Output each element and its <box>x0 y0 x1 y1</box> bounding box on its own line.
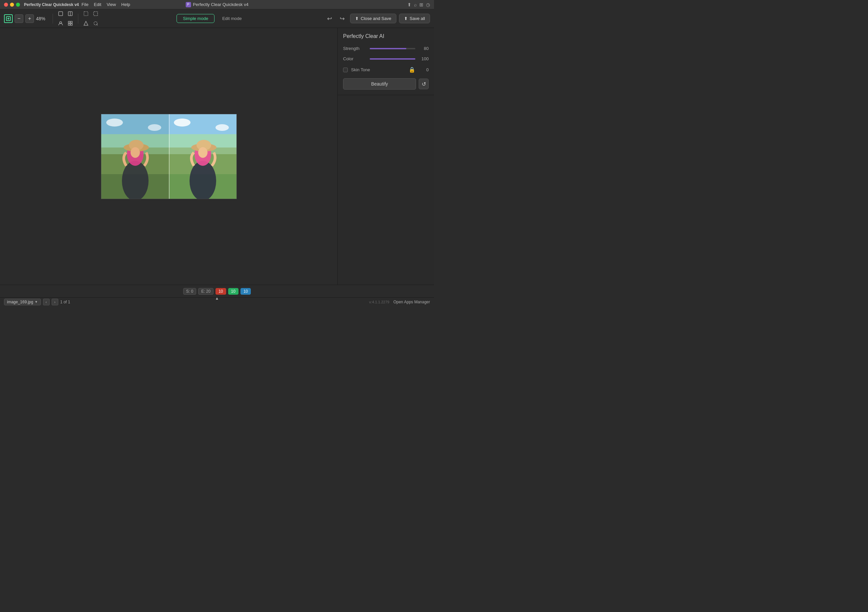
crop-button[interactable] <box>82 9 90 18</box>
svg-rect-9 <box>68 24 70 25</box>
skin-tone-checkbox[interactable] <box>343 68 348 72</box>
undo-button[interactable]: ↩ <box>325 14 335 24</box>
svg-rect-8 <box>71 21 72 23</box>
close-save-button[interactable]: ⬆ Close and Save <box>350 14 396 23</box>
svg-point-24 <box>130 147 140 158</box>
redo-button[interactable]: ↪ <box>337 14 347 24</box>
svg-point-37 <box>215 124 229 131</box>
edit-tools <box>82 9 100 28</box>
strip-arrow-icon: ▲ <box>215 296 219 301</box>
panel-lower-area <box>338 95 434 285</box>
svg-rect-10 <box>71 24 72 25</box>
strength-fill <box>370 48 406 49</box>
titlebar-title: Perfectly Clear Quickdesk v4 <box>193 2 248 7</box>
simple-mode-button[interactable]: Simple mode <box>177 14 214 23</box>
version-label: v:4.1.1.2279 <box>369 300 389 304</box>
beautify-button[interactable]: Beautify <box>343 78 416 90</box>
app-name-label: Perfectly Clear Quickdesk v4 <box>24 2 79 7</box>
processed-photo-svg <box>169 114 237 199</box>
face-detect-button[interactable] <box>56 19 65 28</box>
mask-button[interactable] <box>82 19 90 28</box>
save-all-icon: ⬆ <box>404 16 408 21</box>
selection-button[interactable] <box>91 9 100 18</box>
beautify-row: Beautify ↺ <box>343 78 429 90</box>
file-selector-arrow-icon: ▼ <box>35 300 38 304</box>
close-button[interactable] <box>4 3 8 7</box>
color-value: 100 <box>418 56 429 61</box>
color-label: Color <box>343 56 366 61</box>
maximize-button[interactable] <box>16 3 20 7</box>
svg-rect-7 <box>68 21 70 23</box>
page-count-label: 1 of 1 <box>60 300 70 304</box>
image-preview <box>101 114 237 199</box>
color-row: Color 100 <box>343 56 429 61</box>
canvas-area[interactable] <box>0 28 337 285</box>
app-icon: P <box>186 2 191 7</box>
close-save-icon: ⬆ <box>355 16 359 21</box>
original-photo-svg <box>101 114 169 199</box>
footer-right: v:4.1.1.2279 Open Apps Manager <box>369 300 430 304</box>
file-selector[interactable]: image_169.jpg ▼ <box>4 299 41 305</box>
file-name-label: image_169.jpg <box>7 300 33 304</box>
save-all-button[interactable]: ⬆ Save all <box>399 14 430 23</box>
grid-view-button[interactable] <box>66 19 74 28</box>
bottom-strip: S: 0 E: 20 10 10 10 ▲ <box>0 285 434 297</box>
titlebar-right-icons: ⬆ ⌕ ⊞ ◷ <box>408 2 430 7</box>
lock-icon[interactable]: 🔒 <box>409 67 415 73</box>
svg-marker-13 <box>84 21 88 25</box>
traffic-lights <box>4 3 20 7</box>
split-view-button[interactable] <box>66 9 74 18</box>
svg-point-35 <box>198 147 208 158</box>
svg-point-26 <box>148 124 161 131</box>
control-center-icon[interactable]: ⊞ <box>419 2 423 7</box>
toolbar-left: − + 48% <box>4 9 100 28</box>
color-fill <box>370 58 415 60</box>
e-badge: E: 20 <box>198 288 214 295</box>
titlebar-center: P Perfectly Clear Quickdesk v4 <box>186 2 248 7</box>
minimize-button[interactable] <box>10 3 14 7</box>
strength-label: Strength <box>343 46 366 51</box>
refresh-button[interactable]: ↺ <box>418 79 429 89</box>
toolbar-center: Simple mode Edit mode <box>102 14 322 23</box>
open-apps-manager-button[interactable]: Open Apps Manager <box>394 300 430 304</box>
svg-rect-12 <box>94 12 98 15</box>
main-area: Perfectly Clear AI Strength 80 Color 100 <box>0 28 434 285</box>
zoom-in-button[interactable]: + <box>25 14 34 23</box>
strength-slider[interactable] <box>370 48 415 49</box>
svg-rect-11 <box>84 12 88 15</box>
menu-file[interactable]: File <box>82 2 88 7</box>
skin-tone-row: Skin Tone 🔒 0 <box>343 67 429 73</box>
zoom-level-display: 48% <box>36 16 49 21</box>
right-panel: Perfectly Clear AI Strength 80 Color 100 <box>337 28 434 285</box>
close-save-label: Close and Save <box>361 16 391 21</box>
titlebar: Perfectly Clear Quickdesk v4 File Edit V… <box>0 0 434 9</box>
next-file-button[interactable]: › <box>52 299 58 305</box>
badge-red: 10 <box>215 288 226 295</box>
toolbar-divider-2 <box>78 14 78 24</box>
single-view-button[interactable] <box>56 9 65 18</box>
lasso-button[interactable] <box>91 19 100 28</box>
toolbar-right: ↩ ↪ ⬆ Close and Save ⬆ Save all <box>325 14 430 24</box>
toolbar-divider-1 <box>53 14 53 24</box>
strength-row: Strength 80 <box>343 46 429 51</box>
strength-value: 80 <box>418 46 429 51</box>
prev-file-button[interactable]: ‹ <box>43 299 50 305</box>
svg-rect-3 <box>59 12 63 15</box>
svg-line-15 <box>97 24 98 25</box>
menu-edit[interactable]: Edit <box>94 2 101 7</box>
menu-bar: File Edit View Help <box>82 2 130 7</box>
svg-point-25 <box>106 119 123 127</box>
zoom-out-button[interactable]: − <box>15 14 23 23</box>
edit-mode-button[interactable]: Edit mode <box>216 14 248 23</box>
menu-view[interactable]: View <box>107 2 116 7</box>
panel-title: Perfectly Clear AI <box>343 33 429 39</box>
color-slider[interactable] <box>370 58 415 60</box>
badge-blue: 10 <box>240 288 251 295</box>
search-icon[interactable]: ⌕ <box>414 2 417 7</box>
clock-icon: ◷ <box>426 2 430 7</box>
save-all-label: Save all <box>410 16 425 21</box>
fit-to-window-icon[interactable] <box>4 14 12 23</box>
menu-help[interactable]: Help <box>121 2 130 7</box>
airdrop-icon[interactable]: ⬆ <box>408 2 411 7</box>
view-tools <box>56 9 74 28</box>
